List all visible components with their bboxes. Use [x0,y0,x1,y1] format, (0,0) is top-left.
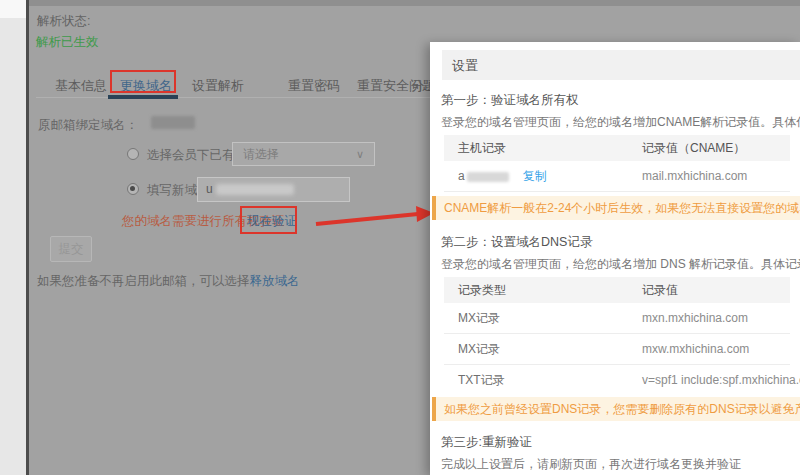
dns-col-value: 记录值 [642,277,678,303]
tab-partial[interactable]: 分 [411,77,424,95]
host-value-redacted [467,172,509,182]
tab-set-resolution[interactable]: 设置解析 [192,77,244,95]
new-domain-value-redacted [216,184,294,195]
new-domain-input[interactable]: u [197,177,350,202]
step2-title: 第二步：设置域名DNS记录 [441,234,592,251]
dns-type-cell: MX记录 [458,303,500,334]
submit-button[interactable]: 提交 [50,236,92,262]
top-strip [26,0,800,6]
cname-warning: CNAME解析一般在2-24个小时后生效，如果您无法直接设置您的域名，请联系您的… [432,196,800,220]
dns-warning: 如果您之前曾经设置DNS记录，您需要删除原有的DNS记录以避免产生冲突。 [432,397,800,421]
cname-col-value: 记录值（CNAME） [642,135,745,161]
step3-desc: 完成以上设置后，请刷新页面，再次进行域名更换并验证 [441,456,741,473]
tab-basic-info[interactable]: 基本信息 [55,77,107,95]
dns-value-cell: mxn.mxhichina.com [642,303,748,334]
cname-table-row: a复制 mail.mxhichina.com [444,161,790,192]
modal-title: 设置 [452,57,478,75]
resolution-status-value: 解析已生效 [36,34,99,51]
dns-row-txt: TXT记录 v=spf1 include:spf.mxhichina.com -… [444,365,790,396]
cname-table-header: 主机记录 记录值（CNAME） [444,135,790,161]
radio-existing-domain[interactable] [127,148,139,160]
dns-table-header: 记录类型 记录值 [444,277,790,303]
settings-modal: 设置 第一步：验证域名所有权 登录您的域名管理页面，给您的域名增加CNAME解析… [430,42,800,475]
copy-link[interactable]: 复制 [523,169,547,183]
left-rail-top [0,0,26,18]
dns-type-cell: MX记录 [458,334,500,365]
modal-header [442,50,800,80]
step1-title: 第一步：验证域名所有权 [441,92,579,109]
old-domain-label: 原邮箱绑定域名： [38,117,138,134]
release-text: 如果您准备不再启用此邮箱，可以选择 [37,274,250,288]
annotation-box-verify [240,206,297,234]
left-rail [0,0,26,475]
release-domain-line: 如果您准备不再启用此邮箱，可以选择释放域名 [37,273,300,290]
dns-value-cell: mxw.mxhichina.com [642,334,749,365]
release-domain-link[interactable]: 释放域名 [250,274,300,288]
cname-value-cell: mail.mxhichina.com [642,161,747,192]
chevron-down-icon: ∨ [356,143,364,165]
radio-new-domain[interactable] [127,183,139,195]
tab-reset-password[interactable]: 重置密码 [288,77,340,95]
new-domain-prefix: u [206,182,213,196]
step2-desc: 登录您的域名管理页面，给您的域名增加 DNS 解析记录值。具体记录值如下： [441,256,800,273]
resolution-status-label: 解析状态: [37,13,90,30]
step3-title: 第三步:重新验证 [441,434,532,451]
step1-desc: 登录您的域名管理页面，给您的域名增加CNAME解析记录值。具体信息如下： [441,114,800,131]
cname-col-host: 主机记录 [458,135,506,161]
dns-value-cell: v=spf1 include:spf.mxhichina.com -all [642,365,800,396]
screen: 解析状态: 解析已生效 基本信息 更换域名 设置解析 重置密码 重置安全问题 分… [0,0,800,475]
active-tab-underline [108,95,178,99]
annotation-box-tab [110,70,176,93]
existing-domain-select[interactable]: 请选择 ∨ [232,142,375,166]
tab-separator [36,97,430,98]
old-domain-value-redacted [151,116,195,129]
dns-row-mx1: MX记录 mxn.mxhichina.com [444,303,790,334]
rail-divider [26,0,29,475]
host-prefix: a [458,169,465,183]
dns-col-type: 记录类型 [458,277,506,303]
dns-type-cell: TXT记录 [458,365,505,396]
dns-row-mx2: MX记录 mxw.mxhichina.com [444,334,790,365]
cname-host-cell: a复制 [458,161,547,192]
select-value: 请选择 [243,147,279,161]
annotation-arrow-icon [312,203,436,231]
